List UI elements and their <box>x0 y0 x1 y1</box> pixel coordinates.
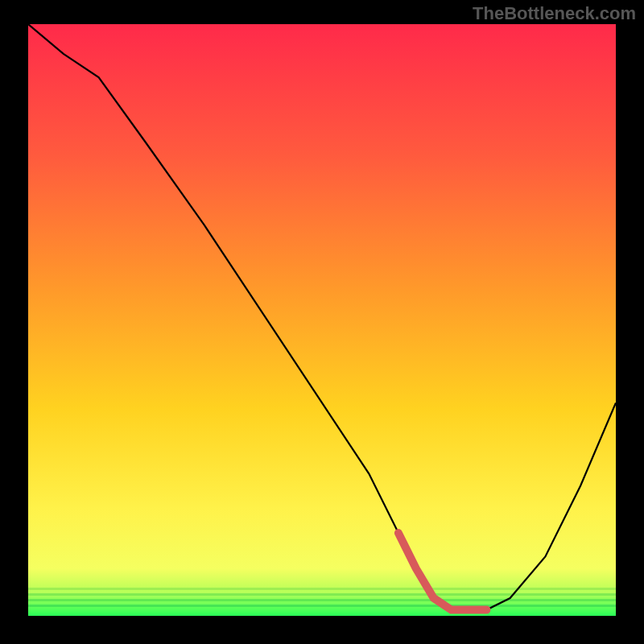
chart-frame: TheBottleneck.com <box>0 0 644 644</box>
heat-gradient <box>28 24 616 616</box>
svg-rect-1 <box>28 588 616 590</box>
svg-rect-3 <box>28 599 616 601</box>
svg-rect-4 <box>28 605 616 607</box>
plot-area <box>28 24 616 616</box>
svg-rect-0 <box>28 24 616 616</box>
watermark-text: TheBottleneck.com <box>473 3 636 24</box>
svg-rect-2 <box>28 593 616 596</box>
